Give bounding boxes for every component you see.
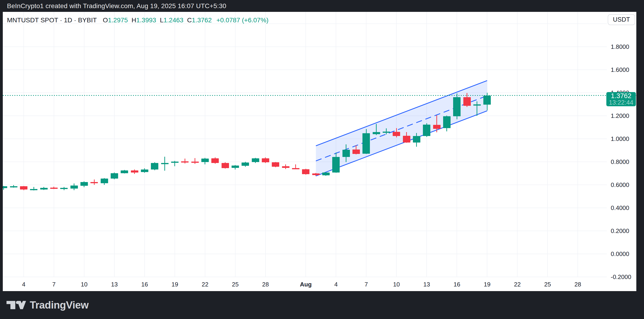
price-axis[interactable]: 1.80001.60001.40001.20001.00000.80000.60… [607, 12, 636, 291]
candle-wick [184, 158, 185, 164]
candle [70, 186, 78, 188]
candle [151, 163, 158, 170]
current-price-badge: 1.3762 13:22:44 [606, 92, 636, 106]
time-axis-label: 10 [393, 281, 400, 288]
price-axis-label: 1.8000 [611, 43, 629, 50]
candle [252, 158, 259, 162]
legend-open: O1.2975 [103, 16, 128, 24]
current-price-line [3, 95, 636, 96]
candle [222, 163, 229, 168]
currency-toggle-button[interactable]: USDT [608, 14, 635, 25]
candle [292, 168, 300, 169]
legend-high: H1.3993 [132, 16, 156, 24]
time-axis-label: 4 [334, 281, 338, 288]
candle [362, 133, 370, 154]
candle [373, 132, 380, 134]
candle [3, 186, 7, 188]
attribution-text: BeInCrypto1 created with TradingView.com… [7, 2, 226, 10]
time-axis-label: 16 [141, 281, 148, 288]
candle [342, 150, 350, 157]
time-axis-label: 19 [484, 281, 490, 288]
candle [262, 158, 269, 162]
candle [322, 172, 330, 175]
candle [10, 186, 18, 188]
candle [272, 162, 279, 166]
price-axis-label: 1.6000 [611, 66, 629, 74]
candle [111, 173, 118, 179]
candle [171, 162, 178, 163]
time-axis-label: 25 [544, 281, 551, 288]
candle [483, 96, 491, 105]
candle [242, 162, 249, 166]
chart-legend: MNTUSDT SPOT · 1D · BYBIT O1.2975 H1.399… [7, 16, 268, 24]
candle [302, 169, 310, 174]
price-axis-label: 0.6000 [611, 181, 629, 188]
time-axis[interactable]: 4710131619222528Aug4710131619222528 [3, 278, 607, 291]
price-axis-label: 1.0000 [611, 135, 629, 142]
tradingview-wordmark: TradingView [30, 299, 88, 311]
parallel-channel-drawing[interactable] [3, 12, 607, 291]
candle [191, 162, 199, 163]
candle [352, 150, 360, 154]
time-axis-label: 16 [454, 281, 460, 288]
candle [423, 124, 430, 136]
price-axis-label: -0.2000 [611, 274, 631, 281]
candle [20, 186, 28, 190]
tradingview-logo-link[interactable]: TradingView [6, 299, 88, 311]
tradingview-logo-icon [6, 301, 26, 309]
candle [473, 104, 481, 106]
price-axis-label: 1.2000 [611, 112, 629, 120]
candle-wick [436, 115, 437, 132]
badge-price: 1.3762 [611, 92, 632, 100]
attribution-bar: BeInCrypto1 created with TradingView.com… [0, 0, 644, 12]
chart-panel: MNTUSDT SPOT · 1D · BYBIT O1.2975 H1.399… [3, 12, 636, 291]
candle [121, 170, 128, 173]
candle [80, 182, 88, 186]
time-axis-label: 7 [364, 281, 368, 288]
candle [403, 136, 410, 142]
candle [50, 188, 58, 189]
candle-wick [476, 101, 477, 116]
badge-countdown: 13:22:44 [609, 100, 633, 106]
time-axis-label: 22 [202, 281, 208, 288]
candle [141, 170, 148, 172]
candle [433, 125, 440, 129]
symbol-title[interactable]: MNTUSDT SPOT · 1D · BYBIT [7, 16, 97, 24]
price-axis-label: 0.2000 [611, 228, 629, 234]
time-axis-label: 13 [111, 281, 118, 288]
price-axis-label: 0.4000 [611, 204, 629, 212]
candle [332, 157, 340, 172]
candle [413, 136, 420, 142]
price-axis-label: 0.8000 [611, 158, 629, 166]
candle [232, 166, 239, 168]
time-axis-label: 4 [22, 281, 25, 288]
candle [101, 178, 108, 183]
candle [393, 132, 400, 136]
price-axis-label: 0.0000 [611, 250, 629, 258]
time-axis-label: 19 [172, 281, 178, 288]
candle-wick [194, 158, 195, 164]
candle [161, 163, 168, 164]
footer-bar: TradingView [0, 291, 644, 319]
candle [211, 158, 219, 163]
candle [312, 174, 320, 175]
candle [40, 188, 48, 190]
candle [383, 132, 390, 133]
candle [30, 189, 38, 190]
time-axis-label: 28 [574, 281, 581, 288]
candle [60, 188, 68, 189]
time-axis-label: 7 [52, 281, 56, 288]
candle [181, 161, 188, 162]
legend-change: +0.0787 (+6.07%) [216, 16, 268, 24]
time-axis-label: 22 [514, 281, 521, 288]
chart-plot-area[interactable] [3, 12, 607, 291]
candle [201, 158, 209, 162]
time-axis-label: 13 [423, 281, 430, 288]
time-axis-label: 10 [81, 281, 88, 288]
candle [90, 182, 98, 183]
candle [453, 97, 460, 116]
candle [131, 170, 138, 172]
candle [282, 166, 290, 168]
time-axis-label: 25 [232, 281, 239, 288]
legend-close: C1.3762 [187, 16, 212, 24]
